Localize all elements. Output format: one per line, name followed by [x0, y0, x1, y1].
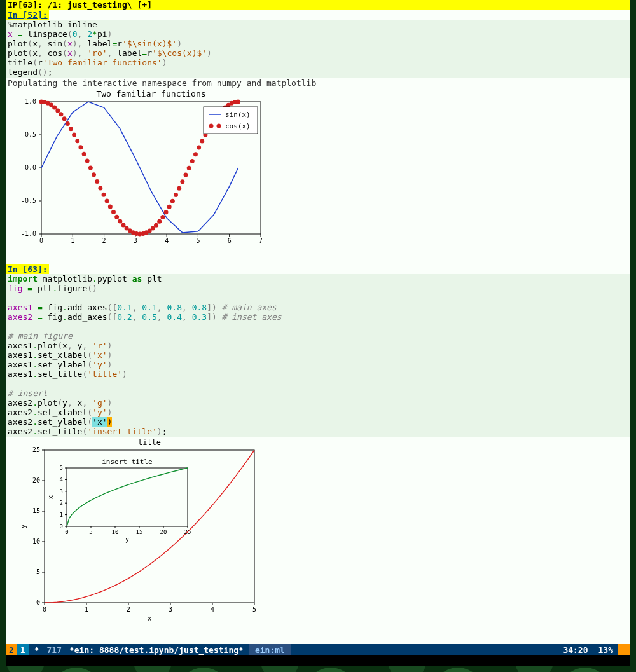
svg-text:15: 15	[136, 529, 143, 535]
svg-text:1: 1	[60, 512, 63, 518]
svg-text:3: 3	[60, 488, 63, 495]
svg-point-77	[200, 139, 204, 143]
svg-point-44	[92, 172, 96, 177]
svg-point-50	[111, 210, 116, 214]
svg-point-71	[180, 179, 184, 184]
svg-text:y: y	[19, 524, 27, 528]
cell-2-prompt: In [63]:	[6, 264, 49, 274]
svg-text:2: 2	[127, 606, 130, 613]
svg-text:25: 25	[184, 529, 191, 535]
svg-text:3: 3	[134, 237, 137, 244]
svg-text:-1.0: -1.0	[21, 230, 36, 237]
svg-text:title: title	[138, 438, 161, 447]
svg-point-40	[78, 145, 83, 149]
svg-text:x: x	[47, 495, 54, 499]
svg-point-36	[66, 121, 70, 126]
svg-text:4: 4	[211, 606, 214, 613]
svg-text:y: y	[125, 536, 129, 543]
svg-point-92	[209, 124, 214, 128]
minibuffer[interactable]	[6, 655, 630, 666]
svg-text:4: 4	[60, 476, 63, 483]
svg-text:cos(x): cos(x)	[225, 122, 251, 130]
svg-point-48	[105, 198, 109, 203]
svg-point-47	[102, 193, 106, 197]
svg-point-32	[52, 105, 57, 109]
cell-1-prompt: In [52]:	[6, 10, 49, 20]
svg-point-75	[193, 152, 198, 156]
svg-text:0.0: 0.0	[25, 164, 36, 171]
svg-text:5: 5	[36, 568, 40, 575]
svg-point-74	[190, 159, 195, 163]
cell-2-code[interactable]: import matplotlib.pyplot as pltfig = plt…	[6, 274, 630, 437]
modeline-cursor-pos: 34:20	[558, 645, 593, 655]
svg-point-51	[114, 215, 119, 219]
svg-point-64	[157, 219, 162, 224]
svg-text:10: 10	[32, 538, 40, 545]
cell-2[interactable]: In [63]: import matplotlib.pyplot as plt…	[6, 264, 630, 622]
modeline-line-number: 717	[44, 645, 64, 655]
mode-line: 2 1 * 717 *ein: 8888/test.ipynb/just_tes…	[6, 644, 630, 655]
svg-text:1.0: 1.0	[25, 98, 36, 105]
modeline-buffer-name: *ein: 8888/test.ipynb/just_testing*	[64, 645, 249, 655]
modeline-major-mode: ein:ml	[249, 644, 291, 655]
svg-point-39	[75, 139, 80, 143]
svg-text:0: 0	[43, 606, 46, 613]
chart-two-familiar-functions: Two familiar functions01234567-1.0-0.50.…	[6, 88, 273, 253]
title-bar: IP[63]: /1: just_testing\ [+]	[6, 0, 630, 10]
svg-point-37	[69, 127, 73, 131]
svg-point-72	[183, 173, 188, 177]
svg-text:0: 0	[65, 529, 68, 535]
svg-point-42	[85, 159, 90, 163]
cell-1-output: Populating the interactive namespace fro…	[6, 78, 630, 88]
svg-text:5: 5	[252, 606, 256, 613]
svg-point-73	[187, 166, 191, 170]
svg-point-93	[217, 124, 221, 128]
svg-point-35	[62, 116, 67, 121]
svg-text:20: 20	[160, 529, 167, 535]
svg-point-49	[108, 205, 113, 209]
svg-text:-0.5: -0.5	[21, 197, 36, 204]
svg-text:5: 5	[196, 237, 200, 244]
svg-text:5: 5	[60, 465, 63, 471]
svg-point-43	[88, 165, 93, 170]
svg-text:4: 4	[165, 237, 169, 244]
svg-point-63	[154, 223, 158, 228]
svg-point-52	[118, 219, 122, 224]
editor-window: IP[63]: /1: just_testing\ [+] In [52]: %…	[6, 0, 630, 645]
svg-point-88	[236, 100, 240, 104]
modeline-modified-icon: *	[29, 645, 45, 655]
svg-text:2: 2	[60, 500, 63, 506]
svg-point-33	[55, 108, 60, 113]
svg-point-53	[121, 223, 125, 227]
modeline-scroll-pct: 13%	[593, 645, 618, 655]
modeline-badge-2: 1	[17, 644, 29, 655]
svg-text:3: 3	[169, 606, 172, 613]
svg-text:0: 0	[39, 237, 43, 244]
svg-text:20: 20	[32, 477, 40, 484]
svg-rect-123	[67, 468, 188, 526]
svg-text:5: 5	[89, 529, 92, 535]
cell-1[interactable]: In [52]: %matplotlib inlinex = linspace(…	[6, 10, 630, 253]
chart-inset-axes: title012345x0510152025yinsert title05101…	[6, 437, 267, 622]
svg-text:0: 0	[60, 523, 63, 530]
svg-point-76	[197, 146, 201, 150]
svg-point-62	[151, 226, 155, 231]
svg-text:6: 6	[228, 237, 232, 244]
svg-text:0.5: 0.5	[25, 131, 36, 138]
svg-text:1: 1	[71, 237, 74, 244]
svg-point-34	[59, 112, 63, 116]
svg-text:1: 1	[85, 606, 88, 613]
modeline-badge-1: 2	[6, 644, 17, 655]
svg-text:10: 10	[112, 529, 119, 535]
svg-point-68	[170, 199, 175, 203]
svg-point-45	[95, 179, 99, 184]
svg-text:Two familiar functions: Two familiar functions	[96, 89, 205, 99]
svg-text:2: 2	[102, 237, 106, 244]
modeline-endcap	[618, 644, 630, 655]
svg-text:sin(x): sin(x)	[225, 111, 251, 119]
svg-point-41	[82, 152, 86, 156]
cell-1-code[interactable]: %matplotlib inlinex = linspace(0, 2*pi)p…	[6, 20, 630, 78]
svg-point-69	[174, 193, 178, 197]
svg-point-70	[177, 186, 181, 191]
svg-point-67	[167, 205, 172, 209]
